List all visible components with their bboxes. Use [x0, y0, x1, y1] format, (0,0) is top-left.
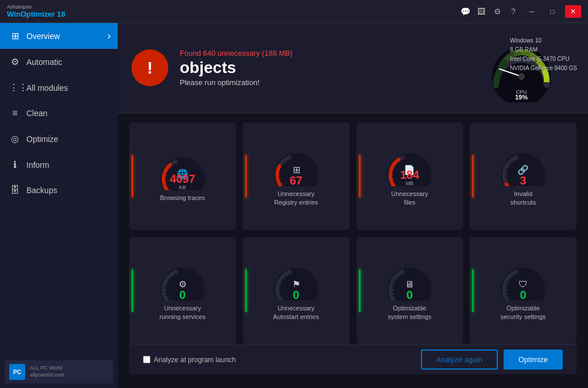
gpu-info: NVIDIA GeForce 8400 GS [510, 64, 577, 73]
card-label-browsing-traces: Browsing traces [160, 194, 205, 202]
card-value-running-services: 0 [179, 289, 185, 301]
clean-icon: ≡ [9, 108, 21, 118]
watermark-text: ALL PC World allpcworld.com [30, 365, 64, 378]
product-name: WinOptimizer 18 [7, 10, 65, 18]
sidebar-label-clean: Clean [26, 109, 48, 118]
card-number-system-settings: 0 [407, 289, 413, 301]
inform-icon: ℹ [9, 159, 21, 170]
sidebar-label-backups: Backups [26, 186, 57, 195]
sidebar-label-inform: Inform [26, 160, 49, 170]
card-value-autostart-entries: 0 [293, 289, 299, 301]
sidebar-label-overview: Overview [26, 32, 60, 41]
analyze-again-button[interactable]: Analyze again [421, 349, 498, 370]
card-invalid-shortcuts[interactable]: 🔗 3 Invalidshortcuts [470, 122, 577, 230]
card-browsing-traces[interactable]: 🌐 4097 KB Browsing traces [129, 122, 236, 230]
cpu-info: Intel Core i5-3470 CPU [510, 55, 577, 64]
card-system-settings[interactable]: 🖥 0 Optimizablesystem settings [357, 237, 463, 344]
optimize-icon: ◎ [9, 133, 21, 144]
sidebar-bottom: PC ALL PC World allpcworld.com [0, 356, 118, 388]
cpu-gauge: CPU 19% Windows 10 8 GB RAM Intel Core i… [482, 33, 574, 102]
analyze-launch-input[interactable] [143, 356, 150, 363]
os-info: Windows 10 [510, 36, 577, 45]
watermark: PC ALL PC World allpcworld.com [5, 360, 113, 383]
help-icon[interactable]: ? [508, 7, 519, 16]
gauge-autostart-entries: ⚑ 0 [268, 260, 325, 301]
card-registry-entries[interactable]: ⊞ 67 UnnecessaryRegistry entries [243, 122, 350, 230]
analyze-launch-checkbox[interactable]: Analyze at program launch [143, 356, 236, 364]
image-icon[interactable]: 🖼 [475, 7, 487, 16]
overview-icon: ⊞ [9, 30, 21, 41]
footer: Analyze at program launch Analyze again … [129, 344, 577, 374]
app-logo: Ashampoo WinOptimizer 18 [7, 4, 65, 18]
card-unit-browsing-traces: KB [170, 185, 196, 190]
svg-point-2 [519, 74, 524, 79]
gauge-running-services: ⚙ 0 [154, 260, 211, 301]
card-value-system-settings: 0 [407, 289, 413, 301]
system-info: Windows 10 8 GB RAM Intel Core i5-3470 C… [510, 36, 577, 73]
header-banner: ! Found 640 unnecessary (188 MB) objects… [118, 23, 588, 113]
svg-text:🛡: 🛡 [519, 279, 528, 289]
card-label-security-settings: Optimizablesecurity settings [501, 304, 546, 321]
gauge-browsing-traces: 🌐 4097 KB [154, 150, 211, 190]
sidebar-item-clean[interactable]: ≡ Clean [0, 101, 118, 126]
all-modules-icon: ⋮⋮ [9, 82, 21, 93]
watermark-logo: PC [9, 364, 25, 380]
sidebar-item-optimize[interactable]: ◎ Optimize [0, 126, 118, 152]
card-label-running-services: Unnecessaryrunning services [160, 304, 206, 321]
analyze-launch-label: Analyze at program launch [154, 356, 236, 364]
card-number-browsing-traces: 4097 [170, 173, 196, 185]
content-area: ! Found 640 unnecessary (188 MB) objects… [118, 23, 588, 388]
close-button[interactable]: ✕ [565, 5, 581, 18]
minimize-button[interactable]: ─ [524, 5, 540, 18]
sidebar-label-optimize: Optimize [26, 135, 58, 144]
card-value-security-settings: 0 [520, 289, 527, 301]
titlebar: Ashampoo WinOptimizer 18 💬 🖼 ⚙ ? ─ □ ✕ [0, 0, 588, 23]
cards-grid: 🌐 4097 KB Browsing traces ⊞ [129, 122, 577, 344]
settings-icon[interactable]: ⚙ [492, 7, 503, 16]
card-number-unnecessary-files: 184 [400, 169, 419, 180]
sidebar-label-automatic: Automatic [26, 57, 62, 67]
optimize-button[interactable]: Optimize [504, 349, 563, 370]
sidebar-item-backups[interactable]: 🗄 Backups [0, 178, 118, 203]
card-label-autostart-entries: UnnecessaryAutostart entries [273, 304, 319, 321]
svg-text:⊞: ⊞ [292, 165, 300, 175]
automatic-icon: ⚙ [9, 56, 21, 67]
card-label-invalid-shortcuts: Invalidshortcuts [510, 190, 536, 206]
card-unnecessary-files[interactable]: 📄 184 MB Unnecessaryfiles [357, 122, 463, 230]
backups-icon: 🗄 [9, 185, 21, 195]
card-number-autostart-entries: 0 [293, 289, 299, 301]
footer-buttons: Analyze again Optimize [421, 349, 563, 370]
card-value-registry-entries: 67 [290, 175, 303, 186]
chat-icon[interactable]: 💬 [459, 7, 471, 16]
gauge-security-settings: 🛡 0 [494, 260, 552, 301]
card-number-security-settings: 0 [520, 289, 527, 301]
objects-text: objects [180, 59, 471, 77]
card-label-system-settings: Optimizablesystem settings [388, 304, 431, 321]
card-value-unnecessary-files: 184 MB [400, 169, 419, 186]
card-running-services[interactable]: ⚙ 0 Unnecessaryrunning services [129, 237, 236, 344]
maximize-button[interactable]: □ [544, 5, 560, 18]
card-autostart-entries[interactable]: ⚑ 0 UnnecessaryAutostart entries [243, 237, 350, 344]
svg-text:🖥: 🖥 [405, 279, 414, 289]
card-number-invalid-shortcuts: 3 [520, 175, 527, 186]
card-value-browsing-traces: 4097 KB [170, 173, 196, 190]
sidebar-item-inform[interactable]: ℹ Inform [0, 152, 118, 178]
sidebar-item-automatic[interactable]: ⚙ Automatic [0, 49, 118, 75]
card-number-running-services: 0 [179, 289, 185, 301]
card-security-settings[interactable]: 🛡 0 Optimizablesecurity settings [470, 237, 577, 344]
sidebar-label-all-modules: All modules [26, 83, 68, 93]
svg-text:⚑: ⚑ [292, 279, 300, 289]
svg-text:⚙: ⚙ [179, 279, 187, 289]
main-layout: ⊞ Overview ⚙ Automatic ⋮⋮ All modules ≡ … [0, 23, 588, 388]
please-text: Please run optimization! [180, 78, 471, 87]
sidebar-item-all-modules[interactable]: ⋮⋮ All modules [0, 75, 118, 101]
window-controls: 💬 🖼 ⚙ ? ─ □ ✕ [459, 5, 581, 18]
brand-name: Ashampoo [7, 4, 65, 10]
sidebar-item-overview[interactable]: ⊞ Overview [0, 23, 118, 49]
header-text: Found 640 unnecessary (188 MB) objects P… [180, 49, 471, 87]
card-label-registry-entries: UnnecessaryRegistry entries [274, 190, 318, 206]
card-value-invalid-shortcuts: 3 [520, 175, 527, 186]
svg-text:19%: 19% [515, 94, 528, 101]
gauge-unnecessary-files: 📄 184 MB [381, 146, 438, 186]
alert-icon: ! [131, 49, 168, 86]
